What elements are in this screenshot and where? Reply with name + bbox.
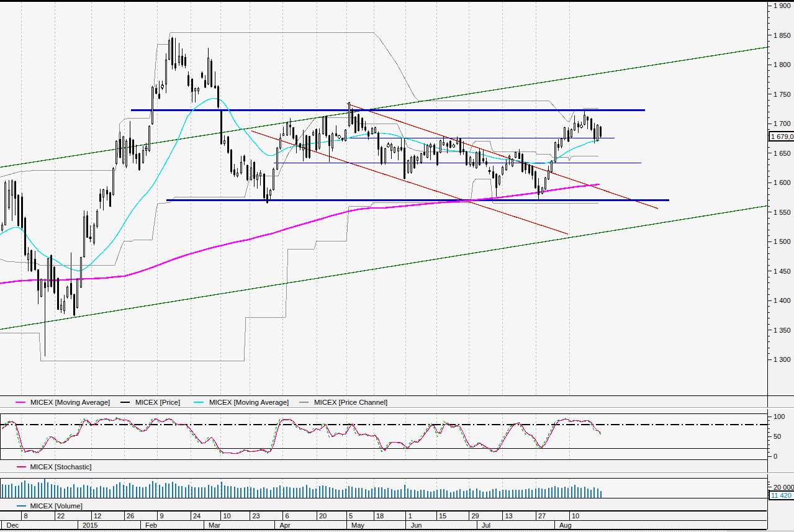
- svg-text:MICEX [Moving Average]: MICEX [Moving Average]: [30, 399, 110, 406]
- svg-text:1 500: 1 500: [774, 238, 791, 245]
- svg-text:0: 0: [774, 453, 777, 460]
- svg-text:10: 10: [223, 512, 231, 520]
- svg-text:13: 13: [505, 512, 513, 520]
- svg-text:100: 100: [774, 413, 785, 420]
- svg-text:26: 26: [127, 512, 134, 520]
- svg-text:1 700: 1 700: [774, 120, 791, 127]
- svg-text:2015: 2015: [83, 521, 97, 529]
- svg-text:1 600: 1 600: [774, 179, 791, 186]
- svg-text:1 750: 1 750: [774, 91, 791, 98]
- svg-text:22: 22: [57, 512, 65, 520]
- svg-text:1 650: 1 650: [774, 150, 791, 157]
- svg-text:24: 24: [193, 512, 201, 520]
- svg-text:1: 1: [408, 512, 412, 520]
- svg-text:1 850: 1 850: [774, 32, 791, 39]
- svg-text:Feb: Feb: [145, 521, 157, 529]
- svg-text:Mar: Mar: [209, 521, 220, 529]
- svg-text:10: 10: [572, 512, 579, 520]
- svg-text:May: May: [351, 521, 364, 529]
- svg-text:MICEX [Price Channel]: MICEX [Price Channel]: [314, 399, 387, 406]
- svg-text:Jun: Jun: [411, 521, 422, 529]
- svg-text:Apr: Apr: [280, 521, 291, 529]
- svg-text:5: 5: [349, 512, 353, 520]
- svg-text:MICEX [Volume]: MICEX [Volume]: [30, 502, 83, 510]
- svg-text:50: 50: [774, 433, 781, 440]
- svg-text:11 420: 11 420: [771, 492, 792, 499]
- svg-text:8: 8: [24, 512, 28, 520]
- svg-text:1 350: 1 350: [774, 327, 791, 334]
- svg-text:1 300: 1 300: [774, 356, 791, 363]
- svg-text:Aug: Aug: [559, 521, 572, 529]
- svg-text:18: 18: [376, 512, 384, 520]
- svg-text:23: 23: [253, 512, 260, 520]
- svg-text:6: 6: [286, 512, 289, 520]
- svg-text:MICEX [Moving Average]: MICEX [Moving Average]: [209, 399, 289, 406]
- svg-text:1 550: 1 550: [774, 209, 791, 216]
- svg-text:1 450: 1 450: [774, 268, 791, 275]
- svg-text:27: 27: [538, 512, 546, 520]
- svg-text:12: 12: [94, 512, 101, 520]
- svg-text:15: 15: [439, 512, 446, 520]
- svg-text:MICEX [Price]: MICEX [Price]: [135, 399, 180, 406]
- svg-text:Dec: Dec: [7, 521, 19, 529]
- svg-text:1 400: 1 400: [774, 297, 791, 304]
- svg-text:1 800: 1 800: [774, 61, 791, 68]
- svg-text:1 679,0: 1 679,0: [771, 133, 794, 140]
- svg-text:20 000: 20 000: [774, 484, 794, 491]
- svg-text:20: 20: [319, 512, 327, 520]
- svg-text:MICEX [Stochastic]: MICEX [Stochastic]: [30, 463, 92, 471]
- svg-text:29: 29: [472, 512, 479, 520]
- svg-text:Jul: Jul: [482, 521, 490, 529]
- svg-text:1 900: 1 900: [774, 2, 791, 9]
- svg-text:9: 9: [160, 512, 164, 520]
